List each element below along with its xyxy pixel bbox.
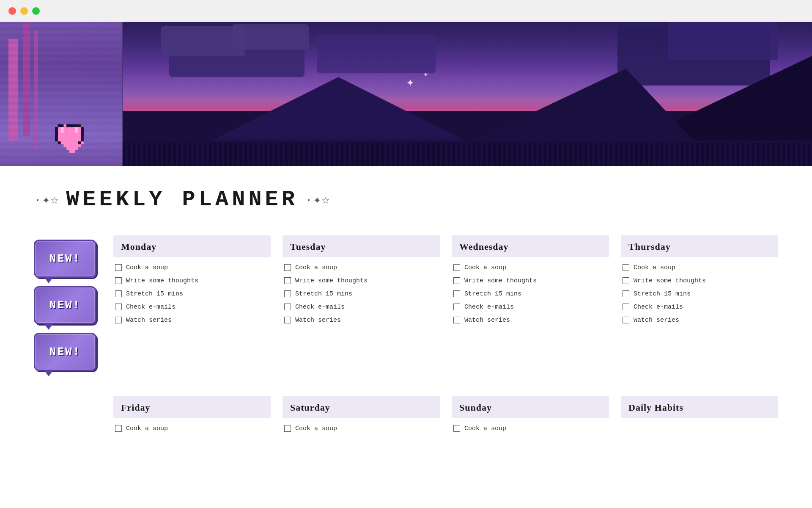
new-sticker-3: NEW!: [34, 333, 96, 371]
sticker-3-label: NEW!: [49, 345, 81, 358]
day-name: Thursday: [628, 241, 771, 252]
task-text: Stretch 15 mins: [295, 290, 352, 298]
stickers-column: NEW! NEW! NEW!: [34, 235, 96, 371]
cloud-3: [317, 35, 436, 73]
task-checkbox[interactable]: [623, 277, 629, 284]
task-item: Stretch 15 mins: [284, 290, 438, 298]
task-list: Cook a soupWrite some thoughtsStretch 15…: [621, 263, 778, 325]
task-text: Watch series: [295, 316, 341, 325]
task-checkbox[interactable]: [453, 425, 460, 432]
day-header-tuesday: Tuesday: [283, 235, 440, 257]
task-list: Cook a soupWrite some thoughtsStretch 15…: [113, 263, 271, 325]
day-column-saturday: SaturdayCook a soup: [283, 396, 440, 437]
minimize-button[interactable]: [20, 7, 28, 15]
mountain-center: [211, 77, 465, 141]
task-item: Check e-mails: [115, 303, 269, 312]
day-header-daily habits: Daily Habits: [621, 396, 778, 418]
task-checkbox[interactable]: [284, 277, 291, 284]
task-item: Check e-mails: [284, 303, 438, 312]
task-text: Watch series: [634, 316, 679, 325]
day-column-friday: FridayCook a soup: [113, 396, 271, 437]
task-checkbox[interactable]: [453, 264, 460, 271]
svg-rect-20: [55, 127, 58, 141]
svg-rect-22: [66, 124, 72, 127]
title-deco-right: ·✦☆: [305, 192, 330, 207]
task-item: Check e-mails: [623, 303, 776, 312]
sticker-2-label: NEW!: [49, 299, 81, 312]
task-text: Stretch 15 mins: [126, 290, 183, 298]
svg-rect-17: [61, 127, 64, 133]
svg-rect-19: [58, 124, 64, 127]
svg-rect-23: [72, 124, 78, 127]
svg-rect-14: [63, 144, 81, 147]
task-checkbox[interactable]: [284, 304, 291, 310]
task-checkbox[interactable]: [115, 304, 122, 310]
title-deco-left: ·✦☆: [34, 192, 59, 207]
day-column-daily-habits: Daily Habits: [621, 396, 778, 437]
svg-rect-25: [78, 141, 81, 144]
page-title-row: ·✦☆ WEEKLY PLANNER ·✦☆: [34, 187, 778, 212]
task-checkbox[interactable]: [623, 317, 629, 323]
task-checkbox[interactable]: [115, 290, 122, 297]
task-checkbox[interactable]: [453, 317, 460, 323]
svg-rect-21: [81, 127, 84, 141]
task-checkbox[interactable]: [115, 264, 122, 271]
task-item: Cook a soup: [284, 263, 438, 272]
days-row-1: MondayCook a soupWrite some thoughtsStre…: [113, 235, 778, 371]
task-text: Cook a soup: [634, 263, 675, 272]
day-name: Friday: [121, 402, 263, 413]
maximize-button[interactable]: [32, 7, 40, 15]
task-text: Watch series: [464, 316, 510, 325]
field-texture: [123, 143, 812, 166]
task-item: Watch series: [284, 316, 438, 325]
task-checkbox[interactable]: [623, 264, 629, 271]
task-text: Cook a soup: [126, 424, 168, 433]
cloud-2b: [668, 22, 778, 60]
task-text: Write some thoughts: [464, 276, 537, 285]
task-checkbox[interactable]: [623, 290, 629, 297]
day-name: Wednesday: [459, 241, 601, 252]
task-text: Write some thoughts: [634, 276, 706, 285]
day-name: Saturday: [290, 402, 432, 413]
task-checkbox[interactable]: [115, 277, 122, 284]
page-title-text: WEEKLY PLANNER: [66, 187, 298, 212]
svg-rect-16: [69, 150, 75, 153]
task-checkbox[interactable]: [115, 317, 122, 323]
task-checkbox[interactable]: [453, 290, 460, 297]
task-list: Cook a soupWrite some thoughtsStretch 15…: [452, 263, 609, 325]
task-text: Write some thoughts: [126, 276, 198, 285]
task-list: Cook a soup: [452, 424, 609, 433]
new-sticker-1: NEW!: [34, 240, 96, 278]
day-column-monday: MondayCook a soupWrite some thoughtsStre…: [113, 235, 271, 371]
task-checkbox[interactable]: [284, 264, 291, 271]
window-chrome: [0, 0, 812, 22]
task-item: Watch series: [453, 316, 607, 325]
task-item: Stretch 15 mins: [115, 290, 269, 298]
task-text: Check e-mails: [295, 303, 345, 312]
day-name: Sunday: [459, 402, 601, 413]
task-item: Stretch 15 mins: [623, 290, 776, 298]
svg-rect-24: [58, 141, 61, 144]
task-text: Cook a soup: [295, 263, 337, 272]
task-checkbox[interactable]: [453, 277, 460, 284]
task-checkbox[interactable]: [284, 290, 291, 297]
task-checkbox[interactable]: [453, 304, 460, 310]
task-text: Write some thoughts: [295, 276, 368, 285]
task-checkbox[interactable]: [284, 425, 291, 432]
day-column-tuesday: TuesdayCook a soupWrite some thoughtsStr…: [283, 235, 440, 371]
task-checkbox[interactable]: [115, 425, 122, 432]
task-item: Cook a soup: [623, 263, 776, 272]
cloud-1c: [233, 24, 309, 50]
close-button[interactable]: [8, 7, 16, 15]
day-column-wednesday: WednesdayCook a soupWrite some thoughtsS…: [452, 235, 609, 371]
task-item: Cook a soup: [115, 424, 269, 433]
day-header-saturday: Saturday: [283, 396, 440, 418]
task-item: Watch series: [623, 316, 776, 325]
task-list: Cook a soup: [283, 424, 440, 433]
task-checkbox[interactable]: [623, 304, 629, 310]
task-checkbox[interactable]: [284, 317, 291, 323]
task-item: Check e-mails: [453, 303, 607, 312]
mountain-mid-right: [474, 69, 694, 141]
planner-grid-row1: NEW! NEW! NEW! MondayCook a soupWrite so…: [34, 235, 778, 371]
day-name: Monday: [121, 241, 263, 252]
